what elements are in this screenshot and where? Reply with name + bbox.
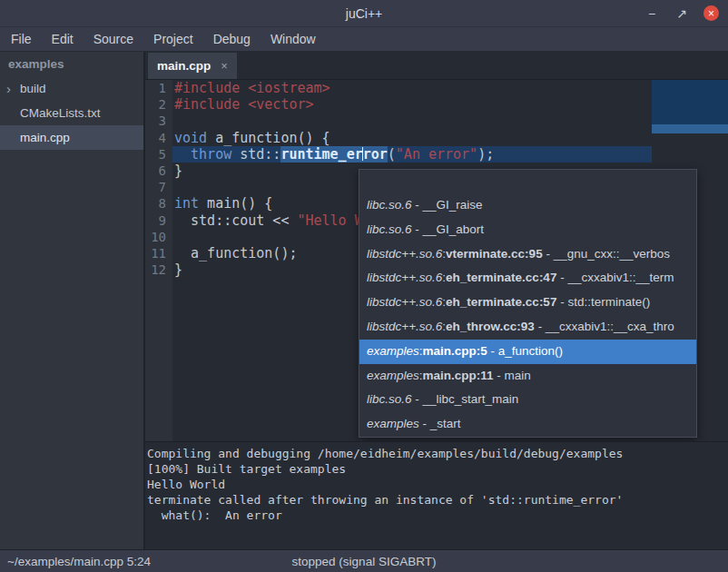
menubar: FileEditSourceProjectDebugWindow xyxy=(0,27,728,52)
line-number: 9 xyxy=(145,212,172,229)
code-text: throw std::runtime_error("An error"); xyxy=(172,146,728,163)
menu-item-project[interactable]: Project xyxy=(143,32,203,46)
terminal-line: Hello World xyxy=(147,477,726,492)
stack-frame-item[interactable]: libstdc++.so.6:vterminate.cc:95 - __gnu_… xyxy=(359,242,696,267)
code-line[interactable]: 5 throw std::runtime_error("An error"); xyxy=(145,146,728,163)
content: examples ›buildCMakeLists.txtmain.cpp ma… xyxy=(0,52,728,549)
line-number: 7 xyxy=(145,179,172,195)
menu-item-source[interactable]: Source xyxy=(84,32,143,46)
code-text xyxy=(172,113,728,129)
terminal-line: Compiling and debugging /home/eidheim/ex… xyxy=(147,446,726,461)
line-number: 3 xyxy=(145,113,172,129)
file-sidebar: examples ›buildCMakeLists.txtmain.cpp xyxy=(0,52,145,549)
code-line[interactable]: 3 xyxy=(145,113,728,129)
terminal-line: what(): An error xyxy=(147,508,726,523)
menu-item-debug[interactable]: Debug xyxy=(203,32,261,46)
line-number: 12 xyxy=(145,261,172,278)
minimize-icon: − xyxy=(648,6,655,21)
stack-frame-item[interactable]: examples - _start xyxy=(359,412,696,437)
line-number: 11 xyxy=(145,245,172,261)
stack-frame-item[interactable]: libc.so.6 - __GI_raise xyxy=(359,193,696,218)
line-number: 6 xyxy=(145,163,172,179)
chevron-right-icon[interactable]: › xyxy=(6,76,11,101)
titlebar[interactable]: juCi++ − ↗ × xyxy=(0,0,728,27)
tree-item-build[interactable]: ›build xyxy=(0,76,143,101)
tabbar: main.cpp × xyxy=(145,52,728,80)
stack-frame-popup: libc.so.6 - __GI_raiselibc.so.6 - __GI_a… xyxy=(359,169,697,438)
file-tree: ›buildCMakeLists.txtmain.cpp xyxy=(0,76,143,150)
tree-item-main-cpp[interactable]: main.cpp xyxy=(0,125,143,150)
line-number: 1 xyxy=(145,80,172,96)
code-text: #include <iostream> xyxy=(172,80,728,96)
code-editor[interactable]: 1#include <iostream>2#include <vector>34… xyxy=(145,80,728,441)
tree-item-cmakelists-txt[interactable]: CMakeLists.txt xyxy=(0,101,143,125)
window-title: juCi++ xyxy=(346,6,382,21)
line-number: 10 xyxy=(145,229,172,245)
close-button[interactable]: × xyxy=(703,5,719,21)
juci-window: juCi++ − ↗ × FileEditSourceProjectDebugW… xyxy=(0,0,728,572)
tab-close-icon[interactable]: × xyxy=(221,59,228,73)
blue-overlay-strip xyxy=(652,124,728,133)
menu-item-edit[interactable]: Edit xyxy=(42,32,84,46)
stack-frame-item[interactable]: examples:main.cpp:11 - main xyxy=(359,364,696,389)
main-column: main.cpp × 1#include <iostream>2#include… xyxy=(145,52,728,549)
window-controls: − ↗ × xyxy=(644,0,719,26)
sidebar-header: examples xyxy=(0,52,143,76)
statusbar: stopped (signal SIGABRT) ~/examples/main… xyxy=(0,549,728,572)
stack-frame-item[interactable]: libstdc++.so.6:eh_terminate.cc:57 - std:… xyxy=(359,291,696,315)
terminal-output: Compiling and debugging /home/eidheim/ex… xyxy=(147,446,726,523)
stack-frame-list: libc.so.6 - __GI_raiselibc.so.6 - __GI_a… xyxy=(359,193,696,437)
close-icon: × xyxy=(708,7,714,20)
minimize-button[interactable]: − xyxy=(644,5,660,22)
code-line[interactable]: 1#include <iostream> xyxy=(145,80,728,96)
maximize-icon: ↗ xyxy=(676,6,687,21)
stack-frame-item[interactable]: libc.so.6 - __libc_start_main xyxy=(359,388,696,412)
code-text: #include <vector> xyxy=(172,96,728,113)
stack-frame-item[interactable]: libstdc++.so.6:eh_throw.cc:93 - __cxxabi… xyxy=(359,315,696,340)
terminal-line: terminate called after throwing an insta… xyxy=(147,492,726,508)
line-number: 5 xyxy=(145,146,172,163)
stack-frame-item[interactable]: examples:main.cpp:5 - a_function() xyxy=(359,340,696,364)
tree-item-label: CMakeLists.txt xyxy=(20,106,101,120)
tab-maincpp[interactable]: main.cpp × xyxy=(148,53,237,79)
line-number: 8 xyxy=(145,195,172,212)
line-number: 2 xyxy=(145,96,172,113)
statusbar-path: ~/examples/main.cpp 5:24 xyxy=(7,555,151,568)
code-line[interactable]: 2#include <vector> xyxy=(145,96,728,113)
terminal-line: [100%] Built target examples xyxy=(147,461,726,477)
tree-item-label: build xyxy=(20,82,46,95)
tab-label: main.cpp xyxy=(157,59,211,73)
terminal-panel[interactable]: Compiling and debugging /home/eidheim/ex… xyxy=(145,441,728,549)
menu-item-file[interactable]: File xyxy=(1,32,42,46)
maximize-button[interactable]: ↗ xyxy=(674,5,690,22)
line-number: 4 xyxy=(145,130,172,146)
blue-overlay-box xyxy=(652,80,728,133)
menu-item-window[interactable]: Window xyxy=(261,32,326,46)
tree-item-label: main.cpp xyxy=(20,131,70,144)
stack-frame-item[interactable]: libstdc++.so.6:eh_terminate.cc:47 - __cx… xyxy=(359,266,696,291)
stack-frame-item[interactable]: libc.so.6 - __GI_abort xyxy=(359,218,696,242)
code-text: void a_function() { xyxy=(172,130,728,146)
code-line[interactable]: 4void a_function() { xyxy=(145,130,728,146)
